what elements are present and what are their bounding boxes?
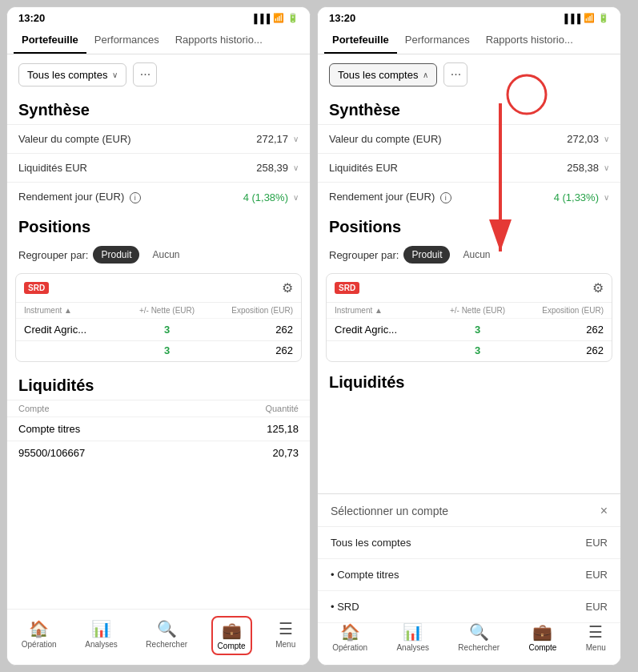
liquidites-header-left: Compte Quantité (7, 400, 310, 416)
total-exposition-right: 262 (520, 344, 604, 356)
dropdown-option-0-currency: EUR (586, 537, 608, 549)
srd-total-row-right: 3 262 (327, 340, 612, 361)
srd-badge-right: SRD (335, 282, 359, 294)
account-dropdown-right[interactable]: Tous les comptes ∧ (329, 63, 437, 87)
chevron-down-icon-left: ∨ (112, 70, 118, 79)
synthese-label-2-right: Rendement jour (EUR) i (329, 191, 451, 203)
nav-compte-left[interactable]: 💼 Compte (211, 616, 252, 655)
status-bar-left: 13:20 ▐▐▐ 📶 🔋 (7, 7, 310, 27)
tab-portefeuille-left[interactable]: Portefeuille (14, 27, 86, 54)
bottom-nav-left: 🏠 Opération 📊 Analyses 🔍 Rechercher 💼 Co… (7, 609, 310, 665)
positions-header-right: Regrouper par: Produit Aucun (318, 241, 620, 268)
nette-value-left: 3 (125, 324, 209, 336)
synthese-amount-1-left: 258,39 (256, 162, 288, 174)
dropdown-close-button[interactable]: × (600, 504, 608, 518)
nav-operation-label-right: Opération (332, 643, 367, 652)
dropdown-option-1-currency: EUR (586, 569, 608, 581)
srd-card-right: SRD ⚙ Instrument ▲ +/- Nette (EUR) Expos… (326, 273, 612, 362)
instrument-name-right: Credit Agric... (335, 324, 435, 336)
synthese-amount-0-left: 272,17 (256, 133, 288, 145)
chevron-icon-1-left: ∨ (293, 163, 299, 172)
exposition-value-right: 262 (520, 324, 604, 336)
nav-analyses-right[interactable]: 📊 Analyses (391, 619, 434, 655)
dropdown-option-1[interactable]: • Compte titres EUR (318, 559, 620, 591)
compte-qty-0-left: 125,18 (267, 423, 299, 435)
right-screen: 13:20 ▐▐▐ 📶 🔋 Portefeuille Performances … (317, 6, 621, 666)
dropdown-option-2[interactable]: • SRD EUR (318, 591, 620, 623)
compte-icon-left: 💼 (222, 621, 242, 640)
synthese-row-0-right: Valeur du compte (EUR) 272,03 ∨ (318, 124, 620, 153)
positions-title-right: Positions (318, 211, 620, 241)
nav-menu-left[interactable]: ☰ Menu (271, 616, 300, 655)
synthese-label-2-left: Rendement jour (EUR) i (18, 191, 141, 203)
operation-icon-right: 🏠 (340, 622, 360, 642)
dropdown-option-2-currency: EUR (586, 601, 608, 613)
liquidites-section-left: Liquidités Compte Quantité Compte titres… (7, 370, 310, 465)
nette-value-right: 3 (435, 324, 520, 336)
nav-operation-right[interactable]: 🏠 Opération (327, 619, 372, 655)
positions-title-left: Positions (7, 211, 310, 241)
tab-performances-right[interactable]: Performances (397, 27, 478, 54)
instrument-name-left: Credit Agric... (24, 324, 125, 336)
battery-icon-right: 🔋 (598, 13, 609, 23)
dropdown-option-2-label: • SRD (331, 601, 359, 613)
nav-menu-label-right: Menu (586, 643, 606, 652)
account-dropdown-left[interactable]: Tous les comptes ∨ (18, 63, 126, 87)
nav-rechercher-left[interactable]: 🔍 Rechercher (141, 616, 192, 655)
group-btn-aucun-left[interactable]: Aucun (144, 246, 187, 264)
srd-header-left: SRD ⚙ (16, 274, 301, 302)
status-bar-right: 13:20 ▐▐▐ 📶 🔋 (318, 7, 620, 27)
group-btn-produit-right[interactable]: Produit (403, 246, 450, 264)
more-button-left[interactable]: ··· (133, 62, 157, 87)
group-btn-aucun-right[interactable]: Aucun (455, 246, 498, 264)
synthese-row-2-right: Rendement jour (EUR) i 4 (1,33%) ∨ (318, 182, 620, 211)
col-compte-left: Compte (18, 404, 50, 413)
compte-name-0-left: Compte titres (18, 423, 80, 435)
synthese-value-0-left: 272,17 ∨ (256, 133, 299, 145)
gear-icon-right[interactable]: ⚙ (592, 280, 604, 296)
group-btn-produit-left[interactable]: Produit (93, 246, 139, 264)
more-button-right[interactable]: ··· (443, 62, 467, 87)
search-icon-right: 🔍 (469, 622, 489, 642)
nav-operation-left[interactable]: 🏠 Opération (17, 616, 62, 655)
nav-rechercher-label-left: Rechercher (146, 640, 187, 649)
srd-card-left: SRD ⚙ Instrument ▲ +/- Nette (EUR) Expos… (15, 273, 302, 362)
positions-header-left: Regrouper par: Produit Aucun (7, 241, 310, 268)
nav-menu-right[interactable]: ☰ Menu (581, 619, 611, 655)
menu-icon-right: ☰ (588, 622, 603, 642)
col-exposition-left: Exposition (EUR) (209, 306, 293, 315)
col-nette-right: +/- Nette (EUR) (435, 306, 520, 315)
synthese-amount-2-left: 4 (1,38%) (243, 191, 288, 203)
synthese-title-left: Synthèse (7, 95, 310, 124)
dropdown-option-0[interactable]: Tous les comptes EUR (318, 527, 620, 559)
analyses-icon-left: 📊 (91, 619, 111, 638)
synthese-amount-0-right: 272,03 (567, 133, 599, 145)
gear-icon-left[interactable]: ⚙ (282, 280, 293, 296)
compte-icon-right: 💼 (532, 622, 552, 642)
col-nette-left: +/- Nette (EUR) (125, 306, 209, 315)
total-nette-right: 3 (435, 344, 520, 356)
tab-performances-left[interactable]: Performances (86, 27, 167, 54)
liquidites-title-right: Liquidités (318, 367, 620, 396)
tab-rapports-right[interactable]: Rapports historio... (478, 27, 581, 54)
battery-icon-left: 🔋 (287, 13, 299, 23)
nav-compte-right[interactable]: 💼 Compte (524, 619, 561, 655)
signal-icon-left: ▐▐▐ (251, 14, 270, 23)
synthese-value-2-left: 4 (1,38%) ∨ (243, 191, 299, 203)
chevron-up-icon-right: ∧ (423, 70, 428, 79)
srd-row-0-right: Credit Agric... 3 262 (327, 318, 612, 340)
tab-rapports-left[interactable]: Rapports historio... (167, 27, 271, 54)
nav-analyses-left[interactable]: 📊 Analyses (80, 616, 122, 655)
dropdown-title: Sélectionner un compte (331, 505, 448, 517)
synthese-row-0-left: Valeur du compte (EUR) 272,17 ∨ (7, 124, 310, 153)
nav-compte-label-right: Compte (528, 643, 556, 652)
synthese-row-2-left: Rendement jour (EUR) i 4 (1,38%) ∨ (7, 182, 310, 211)
tab-portefeuille-right[interactable]: Portefeuille (324, 27, 397, 54)
compte-name-1-left: 95500/106667 (18, 447, 85, 459)
search-icon-left: 🔍 (157, 619, 177, 638)
srd-table-header-right: Instrument ▲ +/- Nette (EUR) Exposition … (327, 302, 612, 318)
total-nette-left: 3 (125, 344, 209, 356)
tab-bar-right: Portefeuille Performances Rapports histo… (318, 27, 620, 54)
srd-badge-left: SRD (24, 282, 49, 294)
nav-rechercher-right[interactable]: 🔍 Rechercher (453, 619, 504, 655)
